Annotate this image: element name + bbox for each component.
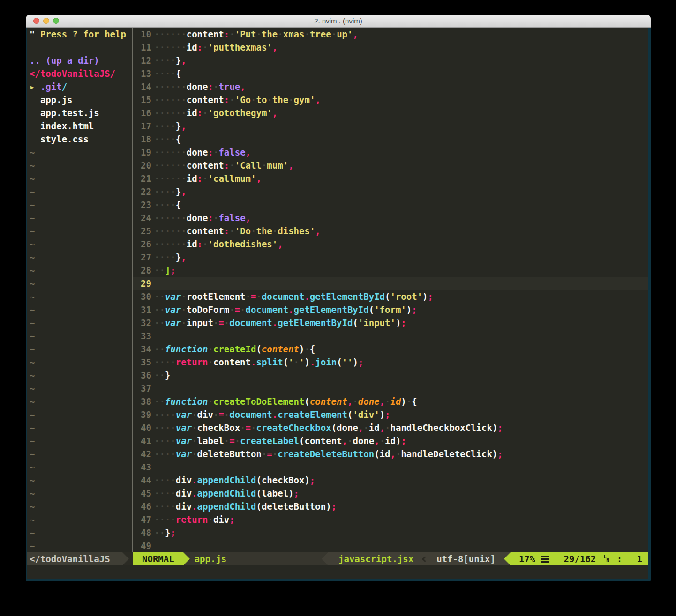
code-line[interactable]: 38··function·createToDoElement(content,·… [133,395,648,408]
code-line[interactable]: 33 [133,329,648,342]
code-text: ····{ [151,67,181,80]
code-line[interactable]: 40····var·checkBox·=·createCheckbox(done… [133,421,648,434]
code-line[interactable]: 43 [133,460,648,474]
empty-line-tilde: ~ [27,487,132,500]
filename-label: app.js [190,552,227,565]
tree-item[interactable]: ▸ .git/ [27,80,132,93]
code-line[interactable]: 27····}, [133,251,648,264]
code-line[interactable]: 18····{ [133,133,648,146]
nerdtree-sidebar[interactable]: " Press ? for help.. (up a dir)</todoVan… [27,28,133,552]
code-line[interactable]: 30··var·rootElement·=·document.getElemen… [133,290,648,303]
line-number: 13 [133,67,151,80]
line-number: 48 [133,526,151,539]
tree-item[interactable]: .. (up a dir) [27,54,132,67]
nerdtree-status-path: </todoVanillaJS [27,552,122,565]
code-text: ····div.appendChild(label); [151,487,299,500]
chevron-left-icon [422,556,428,562]
line-number: 33 [133,329,151,342]
line-number: 22 [133,185,151,198]
lines-icon [541,558,549,560]
line-number: 20 [133,159,151,172]
code-line[interactable]: 14······done:·true, [133,80,648,93]
empty-line-tilde: ~ [27,159,132,172]
column-number: 1 [637,552,642,565]
code-text: ····var·label·=·createLabel(content,·don… [151,434,406,447]
tree-label [27,41,132,54]
encoding-label: utf-8[unix] [433,552,504,565]
code-line[interactable]: 22····}, [133,185,648,198]
code-text: ····}, [151,119,187,133]
code-line[interactable]: 34··function·createId(content)·{ [133,342,648,356]
tree-item[interactable]: style.css [27,133,132,146]
code-line[interactable]: 19······done:·false, [133,146,648,159]
code-line[interactable]: 16······id:·'gotothegym', [133,106,648,119]
code-line[interactable]: 28··]; [133,264,648,277]
line-number: 26 [133,237,151,251]
line-number: 40 [133,421,151,434]
code-line[interactable]: 15······content:·'Go·to·the·gym', [133,93,648,106]
code-line[interactable]: 17····}, [133,119,648,133]
code-line[interactable]: 20······content:·'Call·mum', [133,159,648,172]
empty-line-tilde: ~ [27,474,132,487]
code-line[interactable]: 48··}; [133,526,648,539]
tree-item[interactable]: app.js [27,93,132,106]
empty-line-tilde: ~ [27,316,132,329]
code-line[interactable]: 36··} [133,369,648,382]
code-line[interactable]: 45····div.appendChild(label); [133,487,648,500]
code-line[interactable]: 26······id:·'dothedishes', [133,237,648,251]
code-line[interactable]: 29 [133,277,648,290]
code-line[interactable]: 24······done:·false, [133,211,648,224]
cursor-position-segment: 17% 29/162 LN : 1 [511,552,648,565]
code-text: ······id:·'putthexmas', [151,41,278,54]
empty-line-tilde: ~ [27,460,132,474]
code-line[interactable]: 25······content:·'Do·the·dishes', [133,224,648,237]
code-line[interactable]: 23····{ [133,198,648,211]
command-line[interactable] [27,565,648,579]
line-number: 14 [133,80,151,93]
line-number: 19 [133,146,151,159]
empty-line-tilde: ~ [27,342,132,356]
tree-item[interactable]: app.test.js [27,106,132,119]
line-number: 27 [133,251,151,264]
code-line[interactable]: 37 [133,382,648,395]
code-text: ····var·div·=·document.createElement('di… [151,408,391,421]
line-number: 18 [133,133,151,146]
line-number: 41 [133,434,151,447]
tree-item[interactable]: index.html [27,119,132,133]
code-line[interactable]: 44····div.appendChild(checkBox); [133,474,648,487]
code-line[interactable]: 35····return·content.split('·').join('')… [133,356,648,369]
code-line[interactable]: 39····var·div·=·document.createElement('… [133,408,648,421]
tree-item[interactable]: </todoVanillaJS/ [27,67,132,80]
code-text: ····{ [151,133,181,146]
empty-line-tilde: ~ [27,172,132,185]
code-text: ······content:·'Put·the·xmas·tree·up', [151,28,358,41]
code-text [151,382,154,395]
line-number: 16 [133,106,151,119]
statusline-spacer [226,552,322,565]
code-line[interactable]: 10······content:·'Put·the·xmas·tree·up', [133,28,648,41]
code-text: ····var·deleteButton·=·createDeleteButto… [151,447,503,460]
code-text: ····return·div; [151,513,235,526]
code-line[interactable]: 11······id:·'putthexmas', [133,41,648,54]
code-line[interactable]: 49 [133,539,648,552]
empty-line-tilde: ~ [27,447,132,460]
code-line[interactable]: 21······id:·'callmum', [133,172,648,185]
editor-buffer[interactable]: 10······content:·'Put·the·xmas·tree·up',… [133,28,648,552]
code-line[interactable]: 42····var·deleteButton·=·createDeleteBut… [133,447,648,460]
code-line[interactable]: 47····return·div; [133,513,648,526]
code-line[interactable]: 12····}, [133,54,648,67]
filetype-label: javascript.jsx [328,552,417,565]
line-number: 38 [133,395,151,408]
code-text: ····var·checkBox·=·createCheckbox(done,·… [151,421,503,434]
line-number: 49 [133,539,151,552]
code-line[interactable]: 32··var·input·=·document.getElementById(… [133,316,648,329]
empty-line-tilde: ~ [27,329,132,342]
code-line[interactable]: 41····var·label·=·createLabel(content,·d… [133,434,648,447]
code-line[interactable]: 46····div.appendChild(deleteButton); [133,500,648,513]
empty-line-tilde: ~ [27,382,132,395]
fileinfo-segment: javascript.jsx utf-8[unix] [328,552,504,565]
title-bar[interactable]: 2. nvim . (nvim) [26,15,651,28]
code-line[interactable]: 31··var·toDoForm·=·document.getElementBy… [133,303,648,316]
code-line[interactable]: 13····{ [133,67,648,80]
line-number: 36 [133,369,151,382]
